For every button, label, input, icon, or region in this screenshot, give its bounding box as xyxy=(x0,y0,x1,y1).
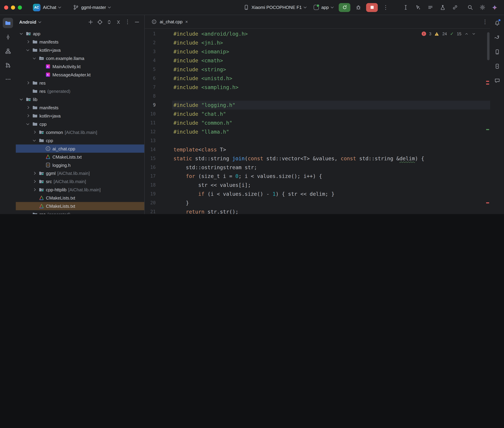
code-line-12[interactable]: 12#include "llama.h" xyxy=(145,127,490,136)
code-line-20[interactable]: 20 } xyxy=(145,198,490,207)
tree-item-manifests[interactable]: manifests xyxy=(16,103,144,112)
ai-pointer-tool-button[interactable] xyxy=(413,3,423,12)
hide-project-panel-button[interactable] xyxy=(133,18,141,26)
expand-all-button[interactable] xyxy=(105,18,113,26)
tree-item-kotlin-java[interactable]: kotlin+java xyxy=(16,46,144,54)
run-configuration-selector[interactable]: app xyxy=(311,3,336,11)
line-number[interactable]: 5 xyxy=(145,65,172,74)
text-cursor-tool-button[interactable] xyxy=(401,3,411,12)
chevron-open-icon[interactable] xyxy=(25,49,31,50)
project-options-button[interactable]: ⋮ xyxy=(123,18,132,26)
line-number[interactable]: 17 xyxy=(145,172,172,181)
tree-item-ggml[interactable]: ggml[AiChat.lib.main] xyxy=(16,169,144,177)
tree-item-cmakelists-txt[interactable]: CMakeLists.txt xyxy=(16,194,144,202)
code-line-19[interactable]: 19 if (i < values.size() - 1) { str << d… xyxy=(145,189,490,198)
code-line-9[interactable]: 9#include "logging.h" xyxy=(145,101,490,110)
code-line-5[interactable]: 5#include <string> xyxy=(145,65,490,74)
error-stripe-mark[interactable] xyxy=(486,81,489,82)
pull-requests-tool-window-button[interactable] xyxy=(3,60,13,70)
tree-item-res[interactable]: res(generated) xyxy=(16,87,144,95)
search-everywhere-button[interactable] xyxy=(465,3,475,12)
minimize-window-button[interactable] xyxy=(11,5,15,9)
code-line-10[interactable]: 10#include "chat.h" xyxy=(145,110,490,118)
stop-app-button[interactable] xyxy=(366,3,378,12)
notifications-button[interactable] xyxy=(492,18,502,28)
gemini-button[interactable] xyxy=(490,3,500,12)
inspections-widget[interactable]: !3 24 ✓15 xyxy=(421,31,476,36)
line-number[interactable]: 21 xyxy=(145,207,172,214)
code-line-4[interactable]: 4#include <cmath> xyxy=(145,56,490,65)
line-number[interactable]: 11 xyxy=(145,118,172,127)
chevron-closed-icon[interactable] xyxy=(25,41,31,43)
tree-item-res[interactable]: res(generated) xyxy=(16,210,144,214)
line-number[interactable]: 18 xyxy=(145,181,172,189)
branch-selector[interactable]: ggml-master xyxy=(70,3,113,12)
code-line-11[interactable]: 11#include "common.h" xyxy=(145,118,490,127)
line-number[interactable]: 14 xyxy=(145,145,172,154)
line-number[interactable]: 9 xyxy=(145,101,172,110)
rerun-app-button[interactable] xyxy=(339,3,350,12)
code-line-13[interactable]: 13 xyxy=(145,136,490,145)
running-devices-button[interactable] xyxy=(492,61,502,71)
line-number[interactable]: 4 xyxy=(145,56,172,65)
chevron-open-icon[interactable] xyxy=(18,99,24,100)
code-line-14[interactable]: 14template<class T> xyxy=(145,145,490,154)
previous-problem-icon[interactable] xyxy=(465,32,469,36)
more-run-options-button[interactable]: ⋮ xyxy=(381,3,391,12)
line-number[interactable]: 1 xyxy=(145,29,172,38)
chevron-open-icon[interactable] xyxy=(32,58,37,59)
code-line-18[interactable]: 18 str << values[i]; xyxy=(145,181,490,189)
code-line-16[interactable]: 16 std::ostringstream str; xyxy=(145,163,490,172)
tree-item-cmakelists-txt[interactable]: CMakeLists.txt xyxy=(16,202,144,210)
code-line-15[interactable]: 15static std::string join(const std::vec… xyxy=(145,154,490,163)
tree-item-cpp[interactable]: cpp xyxy=(16,136,144,145)
line-number[interactable]: 10 xyxy=(145,110,172,118)
error-stripe-mark[interactable] xyxy=(486,83,489,85)
project-selector[interactable]: AC AiChat xyxy=(30,2,63,13)
project-tool-window-button[interactable] xyxy=(3,18,13,28)
project-view-selector[interactable]: Android xyxy=(19,19,36,25)
code-line-3[interactable]: 3#include <iomanip> xyxy=(145,47,490,56)
line-number[interactable]: 6 xyxy=(145,74,172,83)
collapse-all-button[interactable] xyxy=(114,18,122,26)
chevron-closed-icon[interactable] xyxy=(32,131,37,133)
editor-options-button[interactable]: ⋮ xyxy=(480,17,490,26)
line-number[interactable]: 20 xyxy=(145,198,172,207)
chevron-closed-icon[interactable] xyxy=(25,115,31,117)
chevron-open-icon[interactable] xyxy=(18,33,24,34)
tree-item-common[interactable]: common[AiChat.lib.main] xyxy=(16,128,144,136)
editor-tab-ai-chat-cpp[interactable]: C ai_chat.cpp × xyxy=(147,15,192,28)
tree-item-manifests[interactable]: manifests xyxy=(16,38,144,46)
tree-item-cpp[interactable]: cpp xyxy=(16,120,144,128)
app-quality-insights-button[interactable] xyxy=(492,75,502,86)
code-line-2[interactable]: 2#include <jni.h> xyxy=(145,38,490,47)
code-line-8[interactable]: 8 xyxy=(145,92,490,101)
code-line-7[interactable]: 7#include <sampling.h> xyxy=(145,83,490,92)
tree-item-cpp-httplib[interactable]: cpp-httplib[AiChat.lib.main] xyxy=(16,185,144,194)
tree-item-messageadapter-kt[interactable]: KMessageAdapter.kt xyxy=(16,71,144,79)
next-problem-icon[interactable] xyxy=(472,32,476,36)
chain-link-tool-button[interactable] xyxy=(450,3,460,12)
settings-button[interactable] xyxy=(477,3,487,12)
device-manager-button[interactable] xyxy=(492,47,502,57)
code-line-6[interactable]: 6#include <unistd.h> xyxy=(145,74,490,83)
chevron-closed-icon[interactable] xyxy=(32,172,37,174)
more-tool-windows-button[interactable] xyxy=(3,74,13,84)
chevron-closed-icon[interactable] xyxy=(32,189,37,191)
locate-file-button[interactable] xyxy=(96,18,104,26)
device-selector[interactable]: Xiaomi POCOPHONE F1 xyxy=(241,3,309,12)
tree-item-mainactivity-kt[interactable]: KMainActivity.kt xyxy=(16,62,144,71)
add-button[interactable] xyxy=(86,18,95,26)
close-tab-icon[interactable]: × xyxy=(185,19,188,24)
line-number[interactable]: 3 xyxy=(145,47,172,56)
flask-tool-button[interactable] xyxy=(437,3,448,12)
chevron-open-icon[interactable] xyxy=(32,140,37,141)
tree-item-lib[interactable]: lib xyxy=(16,95,144,103)
tree-item-com-example-llama[interactable]: com.example.llama xyxy=(16,54,144,62)
commit-tool-window-button[interactable] xyxy=(3,32,13,42)
error-stripe-mark[interactable] xyxy=(486,202,489,203)
line-number[interactable]: 12 xyxy=(145,127,172,136)
tree-item-ai-chat-cpp[interactable]: Cai_chat.cpp xyxy=(16,145,144,153)
close-window-button[interactable] xyxy=(4,5,8,9)
list-lines-tool-button[interactable] xyxy=(425,3,436,12)
